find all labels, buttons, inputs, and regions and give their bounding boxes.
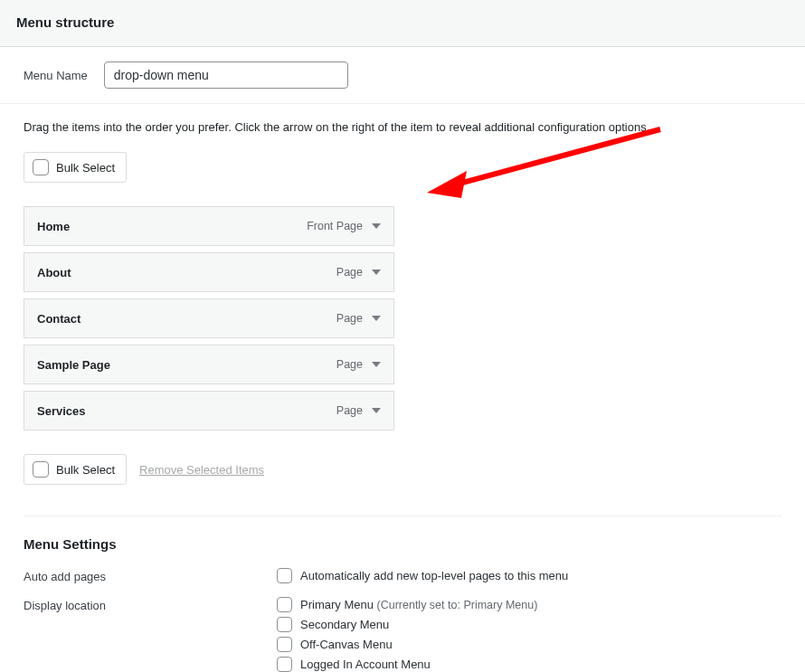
display-location-option[interactable]: Off-Canvas Menu [277, 637, 781, 652]
menu-item-title: Sample Page [37, 358, 110, 372]
menu-item-meta: Page [336, 312, 381, 325]
bulk-select-top[interactable]: Bulk Select [24, 152, 127, 183]
svg-line-0 [452, 129, 660, 185]
display-location-checkbox[interactable] [277, 657, 292, 672]
display-location-checkbox[interactable] [277, 637, 292, 652]
menu-items-list: HomeFront PageAboutPageContactPageSample… [24, 206, 394, 431]
display-location-text: Logged In Account Menu [300, 658, 431, 671]
menu-item[interactable]: Sample PagePage [24, 345, 394, 384]
display-location-options: Primary Menu (Currently set to: Primary … [277, 597, 781, 672]
bulk-select-checkbox[interactable] [33, 159, 49, 175]
svg-marker-1 [427, 171, 467, 198]
menu-item-type: Page [336, 312, 363, 325]
menu-item-title: Services [37, 404, 86, 418]
display-location-text: Primary Menu (Currently set to: Primary … [300, 598, 537, 611]
bulk-select-label: Bulk Select [56, 463, 115, 477]
menu-item-type: Front Page [307, 220, 363, 232]
menu-name-label: Menu Name [24, 69, 88, 82]
panel-body: Drag the items into the order you prefer… [0, 104, 805, 672]
auto-add-pages-text: Automatically add new top-level pages to… [300, 569, 568, 582]
display-location-option[interactable]: Primary Menu (Currently set to: Primary … [277, 597, 781, 612]
display-location-option[interactable]: Logged In Account Menu [277, 657, 781, 672]
expand-icon[interactable] [372, 408, 381, 413]
menu-item-type: Page [336, 358, 363, 371]
display-location-label: Display location [24, 597, 277, 612]
display-location-text: Off-Canvas Menu [300, 638, 393, 651]
instructions-text: Drag the items into the order you prefer… [24, 120, 781, 134]
menu-item-meta: Page [336, 404, 381, 417]
panel-title: Menu structure [16, 14, 789, 30]
expand-icon[interactable] [372, 223, 381, 229]
menu-item[interactable]: AboutPage [24, 252, 394, 292]
menu-item-type: Page [336, 404, 363, 417]
menu-item-meta: Page [336, 358, 381, 371]
menu-item[interactable]: ServicesPage [24, 391, 394, 431]
display-location-row: Display location Primary Menu (Currently… [24, 597, 781, 672]
menu-item-title: About [37, 266, 71, 279]
display-location-text: Secondary Menu [300, 618, 389, 631]
expand-icon[interactable] [372, 316, 381, 321]
annotation-arrow [416, 122, 678, 213]
divider [24, 516, 781, 516]
bulk-select-checkbox[interactable] [33, 461, 49, 478]
menu-name-input[interactable] [104, 62, 348, 89]
menu-item-type: Page [336, 266, 363, 279]
display-location-checkbox[interactable] [277, 597, 292, 612]
auto-add-pages-row: Auto add pages Automatically add new top… [24, 568, 781, 588]
panel-header: Menu structure [0, 0, 805, 47]
auto-add-pages-label: Auto add pages [24, 568, 277, 583]
display-location-option[interactable]: Secondary Menu [277, 617, 781, 632]
display-location-checkbox[interactable] [277, 617, 292, 632]
menu-item[interactable]: HomeFront Page [24, 206, 394, 246]
bulk-select-label: Bulk Select [56, 161, 115, 175]
remove-selected-link[interactable]: Remove Selected Items [139, 463, 264, 477]
display-location-note: (Currently set to: Primary Menu) [377, 599, 538, 611]
bulk-actions-row: Bulk Select Remove Selected Items [24, 454, 781, 485]
expand-icon[interactable] [372, 270, 381, 275]
menu-item-meta: Page [336, 266, 381, 279]
menu-item-title: Home [37, 220, 70, 233]
expand-icon[interactable] [372, 362, 381, 367]
menu-item-meta: Front Page [307, 220, 381, 232]
menu-item-title: Contact [37, 312, 80, 326]
menu-name-row: Menu Name [0, 47, 805, 104]
auto-add-pages-checkbox[interactable] [277, 568, 292, 583]
menu-settings-heading: Menu Settings [24, 536, 781, 552]
bulk-select-bottom[interactable]: Bulk Select [24, 454, 127, 485]
menu-item[interactable]: ContactPage [24, 298, 394, 338]
auto-add-pages-option[interactable]: Automatically add new top-level pages to… [277, 568, 781, 583]
